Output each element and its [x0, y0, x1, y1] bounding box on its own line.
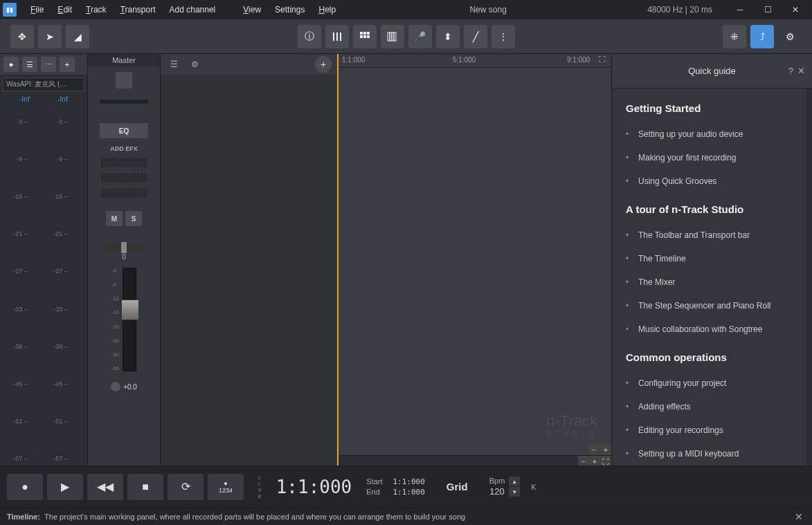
eq-button[interactable]: EQ	[100, 123, 148, 138]
grid-mode[interactable]: Grid	[446, 481, 468, 492]
guide-link[interactable]: Music collaboration with Songtree	[626, 317, 793, 341]
bpm-value[interactable]: 120	[489, 486, 505, 497]
guide-link[interactable]: Setting up a MIDI keyboard	[626, 442, 793, 466]
guide-link[interactable]: The Toolbar and Transport bar	[626, 223, 793, 247]
master-panel: Master EQ ADD EFX M S 0 -4-8-12-16-20-30…	[88, 54, 161, 466]
master-title: Master	[88, 54, 160, 66]
fader-tick: -8	[111, 282, 120, 288]
network-button[interactable]: ⁜	[723, 25, 746, 48]
add-input-button[interactable]: +	[60, 57, 75, 72]
stop-button[interactable]: ■	[127, 474, 163, 500]
grid-button[interactable]	[353, 25, 377, 48]
guide-link[interactable]: Making your first recording	[626, 146, 793, 169]
efx-slot-3[interactable]	[100, 187, 148, 199]
main-area: ● ☰ ⋯ + -Inf -Inf -3 ---9 ---15 ---21 --…	[0, 54, 812, 466]
svg-rect-4	[363, 32, 366, 35]
guide-link[interactable]: Adding effects	[626, 395, 793, 418]
menu-view[interactable]: View	[236, 2, 268, 17]
audio-device-field[interactable]	[3, 77, 84, 91]
record-button[interactable]: ●	[7, 474, 43, 500]
bpm-up[interactable]: ▲	[509, 477, 520, 486]
add-track-button[interactable]: +	[315, 56, 332, 73]
options-icon[interactable]: ⋯	[41, 57, 56, 72]
menu-add-channel[interactable]: Add channel	[163, 2, 223, 17]
rewind-button[interactable]: ◀◀	[87, 474, 123, 500]
meter-left-label: -Inf	[6, 95, 44, 103]
guide-scrollbar[interactable]	[806, 89, 812, 466]
start-value[interactable]: 1:1:000	[393, 477, 424, 486]
mic-button[interactable]: 🎤	[408, 25, 432, 48]
menu-track[interactable]: Track	[79, 2, 114, 17]
track-settings-icon[interactable]: ⚙	[187, 57, 202, 72]
zoom-in-v[interactable]: +	[600, 444, 611, 455]
track-menu-icon[interactable]: ☰	[166, 57, 181, 72]
close-button[interactable]: ✕	[782, 0, 809, 19]
timeline-canvas[interactable]: n-Track STUDIO − +	[339, 68, 611, 455]
guide-link[interactable]: Using Quick Grooves	[626, 169, 793, 193]
close-guide-icon[interactable]: ✕	[797, 66, 805, 76]
zoom-out-v[interactable]: −	[588, 444, 599, 455]
svg-rect-2	[340, 33, 341, 41]
help-icon[interactable]: ?	[788, 66, 793, 76]
share-button[interactable]: ⤴	[750, 25, 774, 48]
status-close-icon[interactable]: ✕	[793, 510, 805, 523]
minimize-button[interactable]: ─	[726, 0, 754, 19]
zoom-in-h[interactable]: +	[589, 456, 600, 466]
add-efx-label: ADD EFX	[110, 145, 138, 152]
key-label[interactable]: K	[531, 483, 536, 491]
efx-slot-1[interactable]	[100, 157, 148, 168]
guide-link[interactable]: Configuring your project	[626, 371, 793, 395]
info-button[interactable]: ⓘ	[298, 25, 321, 48]
h-scrollbar[interactable]: − + ⛶	[339, 455, 611, 466]
guide-body: Getting StartedSetting up your audio dev…	[612, 89, 806, 466]
end-value[interactable]: 1:1:000	[393, 488, 424, 497]
play-button[interactable]: ▶	[47, 474, 83, 500]
meter-tick: -27 --	[13, 268, 28, 275]
meter-tick: -57 --	[53, 455, 69, 462]
more-tools[interactable]: ⋮	[491, 25, 515, 48]
balance-value: 0	[122, 253, 126, 261]
guide-link[interactable]: Editing your recordings	[626, 418, 793, 442]
zoom-fit-h[interactable]: ⛶	[600, 456, 611, 466]
fade-tool[interactable]: ◢	[66, 25, 89, 48]
fit-zoom-icon[interactable]: ⛶	[599, 55, 610, 66]
list-icon[interactable]: ☰	[22, 57, 37, 72]
loop-button[interactable]: ⟳	[168, 474, 204, 500]
pointer-tool[interactable]: ➤	[38, 25, 62, 48]
draw-tool[interactable]: ╱	[464, 25, 487, 48]
svg-rect-12	[394, 33, 396, 41]
zoom-out-h[interactable]: −	[578, 456, 589, 466]
guide-link[interactable]: Setting up your audio device	[626, 122, 793, 146]
menu-transport[interactable]: Transport	[114, 2, 163, 17]
bpm-down[interactable]: ▼	[509, 487, 520, 497]
balance-slider[interactable]	[103, 243, 145, 252]
pan-slider[interactable]	[100, 100, 148, 104]
guide-link[interactable]: The Mixer	[626, 270, 793, 294]
volume-fader[interactable]	[123, 268, 136, 371]
automation-dot-icon[interactable]	[111, 382, 120, 392]
guide-link[interactable]: The Step Sequencer and Piano Roll	[626, 294, 793, 317]
solo-button[interactable]: S	[125, 211, 142, 226]
input-panel: ● ☰ ⋯ + -Inf -Inf -3 ---9 ---15 ---21 --…	[0, 54, 88, 466]
guide-link[interactable]: The Timeline	[626, 247, 793, 270]
menu-items: File Edit Track Transport Add channel Vi…	[24, 2, 343, 17]
mute-button[interactable]: M	[106, 211, 123, 226]
piano-button[interactable]	[381, 25, 404, 48]
time-display[interactable]: 1:1:000	[276, 477, 352, 497]
menu-file[interactable]: File	[24, 2, 51, 17]
timeline-ruler[interactable]: 1:1:000 5:1:000 9:1:000 ⛶	[339, 54, 611, 68]
settings-gear-icon[interactable]: ⚙	[778, 25, 802, 48]
meter-tick: -45 --	[53, 380, 69, 387]
plug-button[interactable]: ⬍	[436, 25, 460, 48]
record-arm-icon[interactable]: ●	[3, 57, 19, 72]
metronome-button[interactable]: ●1234	[208, 474, 244, 500]
maximize-button[interactable]: ☐	[754, 0, 782, 19]
menubar: ▮▮ File Edit Track Transport Add channel…	[0, 0, 812, 19]
menu-settings[interactable]: Settings	[268, 2, 312, 17]
meter-tick: -15 --	[13, 193, 28, 200]
efx-slot-2[interactable]	[100, 172, 148, 183]
menu-help[interactable]: Help	[312, 2, 343, 17]
menu-edit[interactable]: Edit	[51, 2, 79, 17]
mixer-button[interactable]	[325, 25, 349, 48]
move-tool[interactable]: ✥	[10, 25, 34, 48]
